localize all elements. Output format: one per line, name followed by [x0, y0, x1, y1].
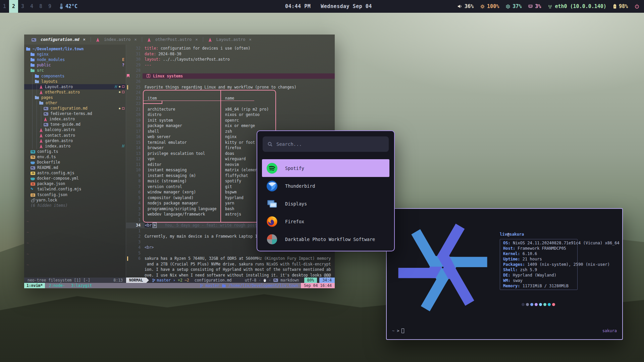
- network-module[interactable]: eth0 (10.0.0.140): [548, 3, 606, 9]
- launcher-item-thunderbird[interactable]: Thunderbird: [262, 177, 389, 195]
- fetch-info-row: Uptime: 21 hours: [503, 256, 577, 262]
- tmux-window-1:nvim*[interactable]: 1:nvim*: [24, 283, 45, 288]
- close-icon[interactable]: ×: [135, 37, 137, 42]
- tree-item[interactable]: index.astroH: [24, 143, 126, 149]
- tree-item[interactable]: tailwind.config.mjs: [24, 186, 126, 192]
- tree-item[interactable]: nginx: [24, 52, 126, 57]
- tree-item[interactable]: node_modulesE: [24, 57, 126, 62]
- markdown-table-row: distronixos or gentoo: [143, 112, 276, 118]
- terminal-cursor[interactable]: [401, 328, 404, 333]
- tmux-window-3:lazygit[interactable]: 3:lazygit: [69, 283, 94, 288]
- thermometer-icon: [60, 4, 63, 9]
- close-icon[interactable]: ×: [83, 37, 86, 42]
- tree-item[interactable]: contact.astro: [24, 133, 126, 138]
- markdown-table-row: init systemopenrc: [143, 118, 276, 123]
- tree-item[interactable]: other: [24, 100, 126, 106]
- marker-H: H: [122, 144, 124, 148]
- tree-item[interactable]: garden.astro: [24, 138, 126, 143]
- empty-line-tilde: ~: [24, 262, 126, 273]
- memory-module[interactable]: 3%: [528, 3, 541, 9]
- tmux-window-2:node-[interactable]: 2:node-: [46, 283, 67, 288]
- tree-item[interactable]: layouts: [24, 79, 126, 84]
- marker-sq: [122, 107, 124, 110]
- tab-configuration.md[interactable]: configuration.md×: [28, 37, 89, 42]
- tab-index.astro[interactable]: index.astro×: [93, 37, 140, 42]
- tree-item[interactable]: env.d.ts: [24, 154, 126, 160]
- fetch-terminal: liv@sakura OS: NixOS 24.11.20240828.71e9…: [386, 208, 623, 340]
- workspace-4[interactable]: 4: [27, 0, 36, 13]
- tabs: configuration.md×│index.astro×│otherPost…: [24, 35, 335, 45]
- tree-item[interactable]: config.ts: [24, 149, 126, 154]
- launcher-item-spotify[interactable]: Spotify: [262, 159, 389, 177]
- tree-item[interactable]: yarn.lock: [24, 197, 126, 203]
- tree-item[interactable]: Layout.astroH●: [24, 84, 126, 89]
- volume-module[interactable]: 36%: [458, 3, 474, 9]
- markdown-icon: [44, 112, 48, 116]
- fetch-info-row: Packages: 1409 (nix-system), 2590 (nix-u…: [503, 262, 577, 267]
- status-bar: 123489 42°C 04:44 PM Wednesday Sep 04 36…: [0, 0, 644, 13]
- markdown-table-row: web servernginx: [143, 134, 276, 140]
- launcher-search[interactable]: Search...: [263, 136, 389, 152]
- empty-line-tilde: ~: [24, 251, 126, 262]
- battery-icon: [613, 4, 616, 9]
- folder-icon: [35, 74, 39, 78]
- tree-item[interactable]: src: [24, 68, 126, 73]
- workspace-9[interactable]: 9: [45, 0, 54, 13]
- brightness-module[interactable]: 100%: [480, 3, 499, 9]
- tree-item[interactable]: tone-guide.md: [24, 122, 126, 127]
- tmux-right: master /home/liv/Development/liv.town Se…: [200, 283, 335, 288]
- ts2-icon: [31, 156, 35, 159]
- lualine: NORMAL master › +2 ~2 configuration.md u…: [126, 278, 335, 283]
- workspace-2[interactable]: 2: [9, 0, 18, 13]
- whale-icon: [31, 162, 35, 164]
- launcher-item-darktable[interactable]: Darktable Photo Workflow Software: [262, 230, 389, 248]
- tree-item[interactable]: index.astro: [24, 116, 126, 122]
- astro-icon: [208, 38, 212, 42]
- firefox-icon: [266, 216, 278, 227]
- tree-item[interactable]: pages: [24, 95, 126, 100]
- temperature-value: 42°C: [65, 3, 77, 9]
- tree-item[interactable]: components: [24, 73, 126, 78]
- tree-item[interactable]: fediverse-terms.md: [24, 111, 126, 116]
- battery-module[interactable]: 98%: [613, 3, 628, 9]
- memory-icon: [528, 4, 533, 8]
- clock-time: 04:44 PM: [285, 3, 311, 9]
- workspace-3[interactable]: 3: [18, 0, 27, 13]
- tree-item[interactable]: package.json: [24, 181, 126, 186]
- palette-dot: [539, 303, 542, 306]
- statusline-filename: configuration.md: [195, 278, 232, 283]
- launcher-item-label: Thunderbird: [285, 183, 315, 189]
- close-icon[interactable]: ×: [249, 37, 252, 42]
- launcher-item-firefox[interactable]: Firefox: [262, 213, 389, 230]
- tree-item[interactable]: public?: [24, 62, 126, 68]
- tab-Layout.astro[interactable]: Layout.astro×: [205, 37, 255, 42]
- search-placeholder: Search...: [276, 141, 302, 147]
- power-module[interactable]: [635, 4, 639, 9]
- darktable-icon: [266, 234, 278, 245]
- cpu-module[interactable]: 37%: [506, 3, 522, 9]
- workspace-1[interactable]: 1: [0, 0, 9, 13]
- tree-item[interactable]: otherPost.astro●: [24, 89, 126, 95]
- system-modules: 36% 100% 37% 3% eth0 (10.0.0.140) 98%: [458, 3, 644, 9]
- tree-root[interactable]: ~/Development/liv.town: [24, 46, 126, 52]
- tree-item-label: configuration.md: [50, 106, 88, 111]
- tree-item[interactable]: README.md: [24, 165, 126, 170]
- markdown-icon: [273, 279, 278, 282]
- markdown-table-row: [143, 101, 276, 107]
- tree-item-label: config.ts: [37, 149, 58, 154]
- tree-item[interactable]: docker-compose.yml: [24, 176, 126, 181]
- astro-icon: [147, 38, 151, 42]
- tree-item[interactable]: tsconfig.json: [24, 192, 126, 197]
- tree-item[interactable]: configuration.md●: [24, 106, 126, 111]
- launcher-item-displays[interactable]: Displays: [262, 195, 389, 213]
- file-tree: ~/Development/liv.townnginxnode_modulesE…: [24, 45, 126, 278]
- tree-item[interactable]: Dockerfile: [24, 160, 126, 165]
- volume-value: 36%: [465, 3, 474, 9]
- tree-item[interactable]: balcony.astro: [24, 127, 126, 132]
- tree-item[interactable]: astro.config.mjs: [24, 170, 126, 176]
- tab-otherPost.astro[interactable]: otherPost.astro×: [144, 37, 201, 42]
- markdown-table-row: editorneovim: [143, 162, 276, 168]
- close-icon[interactable]: ×: [195, 37, 198, 42]
- workspace-8[interactable]: 8: [36, 0, 45, 13]
- astro-icon: [44, 117, 47, 121]
